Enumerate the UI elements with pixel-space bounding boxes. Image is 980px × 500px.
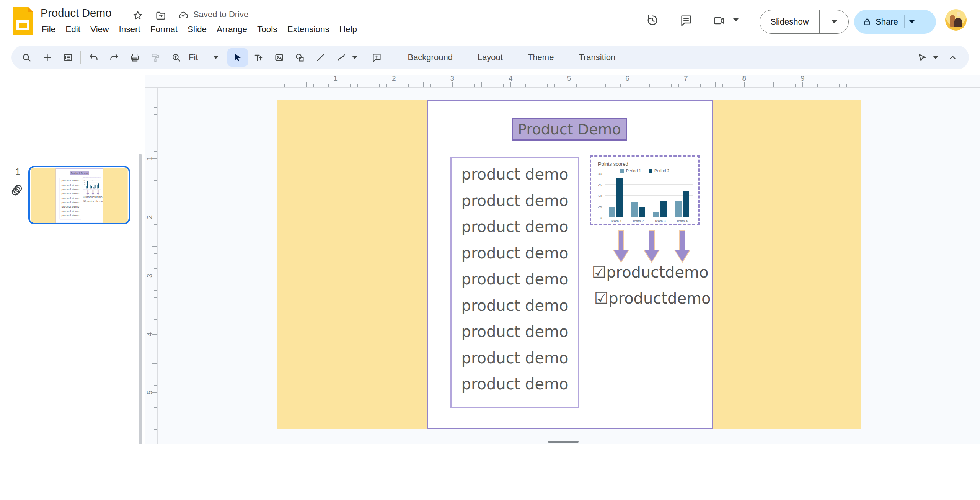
zoom-select[interactable]: Fit [189,52,198,62]
paint-format-icon[interactable] [145,48,166,67]
comments-icon[interactable] [680,14,693,27]
star-icon[interactable] [132,10,143,21]
menu-view[interactable]: View [85,22,114,37]
thumb-slide-title: Product Demo [70,172,89,175]
list-item: product demo [452,188,578,214]
legend-swatch-period2 [649,169,652,173]
menu-insert[interactable]: Insert [114,22,145,37]
list-item: product demo [60,213,81,217]
notes-splitter-handle[interactable] [548,441,579,443]
transition-button[interactable]: Transition [569,52,625,62]
share-dropdown[interactable] [904,15,915,28]
list-text-box[interactable]: product demoproduct demoproduct demoprod… [450,157,579,408]
slideshow-dropdown[interactable] [819,10,848,34]
redo-icon[interactable] [104,48,124,67]
theme-button[interactable]: Theme [518,52,564,62]
list-item: product demo [60,183,81,187]
chart-bar [631,202,638,217]
connector-caret[interactable] [352,56,357,59]
list-item: product demo [452,161,578,188]
list-item: product demo [60,209,81,213]
chart-bar [639,207,645,217]
chart-plot: 0255075100Team 1Team 2Team 3Team 4 [605,173,693,217]
down-arrow-icon[interactable] [613,230,629,263]
chart-legend: Period 1 Period 2 [593,168,697,173]
arrow-group[interactable] [613,230,691,264]
text-box-icon[interactable] [248,48,269,67]
menu-extensions[interactable]: Extensions [282,22,334,37]
menu-slide[interactable]: Slide [183,22,212,37]
down-arrow-icon[interactable] [643,230,660,263]
chart-bar [660,201,667,217]
background-button[interactable]: Background [398,52,462,62]
chart-plot: 0255075100Team 1Team 2Team 3Team 4 [85,181,100,188]
chart-bar [616,178,623,218]
layout-button[interactable]: Layout [468,52,513,62]
slide-canvas[interactable]: Product Demo product demoproduct demopro… [277,100,861,429]
cloud-saved-icon [178,10,189,21]
move-folder-icon[interactable] [155,10,166,21]
print-icon[interactable] [124,48,145,67]
list-item: product demo [452,345,578,371]
undo-icon[interactable] [83,48,104,67]
collapse-toolbar-icon[interactable] [942,48,963,67]
lock-icon [863,17,872,26]
present-to-meet-icon[interactable] [713,15,726,27]
chart-bar [683,191,689,217]
menu-arrange[interactable]: Arrange [212,22,252,37]
list-item: product demo [60,178,81,183]
transition-indicator-icon [10,183,24,198]
thumb-chart: Points scored Period 1 Period 2 02550751… [83,178,100,189]
version-history-icon[interactable] [646,14,659,27]
down-arrow-icon[interactable] [674,230,691,263]
document-title[interactable]: Product Demo [41,7,111,20]
horizontal-ruler: 123456789 [277,75,861,87]
menu-help[interactable]: Help [334,22,362,37]
share-label: Share [876,17,898,27]
list-item: product demo [452,214,578,240]
toolbar: Fit Background Layout Theme Tr [11,46,969,69]
meet-dropdown-caret[interactable] [733,18,739,21]
new-slide-layout-icon[interactable] [57,48,78,67]
thumb-check-line-2: ☑productdemo [74,199,112,203]
slide-title-box[interactable]: Product Demo [512,118,627,141]
legend-label-period1: Period 1 [626,168,641,173]
check-line-2[interactable]: ☑productdemo [538,289,767,307]
zoom-caret[interactable] [213,56,219,59]
search-icon[interactable] [16,48,37,67]
slide-thumbnail[interactable]: Product Demo product demoproduct demopro… [28,166,130,224]
share-button[interactable]: Share [854,10,936,34]
insert-connector-icon[interactable] [331,48,351,67]
slideshow-button[interactable]: Slideshow [760,10,849,34]
check-line-1[interactable]: ☑productdemo [535,263,765,281]
menu-edit[interactable]: Edit [60,22,85,37]
filmstrip-panel: 1 Product Demo product demoproduct demop… [0,75,145,444]
chart-bar [95,185,96,188]
insert-image-icon[interactable] [269,48,289,67]
menu-file[interactable]: File [37,22,60,37]
thumb-list-box: product demoproduct demoproduct demoprod… [60,178,81,219]
down-arrow-icon [86,190,89,195]
thumb-check-line-1: ☑productdemo [74,195,112,198]
down-arrow-icon [91,190,94,195]
add-comment-icon[interactable] [366,48,387,67]
ruler-divider-v [157,87,158,444]
menu-tools[interactable]: Tools [252,22,282,37]
points-scored-chart[interactable]: Points scored Period 1 Period 2 02550751… [593,158,697,222]
slideshow-label: Slideshow [760,17,819,27]
zoom-in-icon[interactable] [166,48,186,67]
saved-status[interactable]: Saved to Drive [193,10,248,20]
insert-shape-icon[interactable] [289,48,310,67]
legend-swatch-period1 [620,169,624,173]
chart-title: Points scored [84,178,89,179]
pointer-options-icon[interactable] [912,48,932,67]
menu-format[interactable]: Format [145,22,183,37]
insert-line-icon[interactable] [310,48,331,67]
pointer-caret[interactable] [933,56,938,59]
slides-logo-icon[interactable] [13,7,33,35]
new-slide-icon[interactable] [37,48,57,67]
select-tool-icon[interactable] [227,48,248,67]
avatar[interactable] [945,9,967,31]
list-item: product demo [452,319,578,345]
notes-bar: Click to add speaker notes [0,444,980,500]
